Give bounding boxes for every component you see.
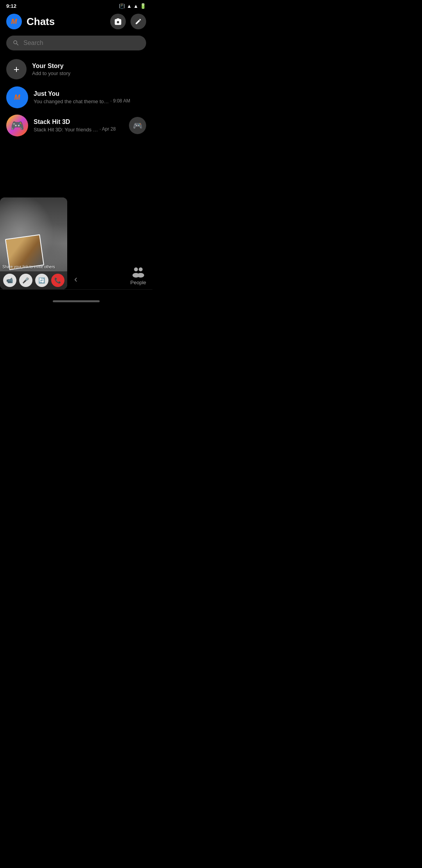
flip-camera-button[interactable]: 🔄 (35, 274, 48, 287)
status-left: 9:12 (6, 3, 16, 9)
video-camera-icon: 📹 (6, 277, 13, 283)
gamepad-icon: 🎮 (133, 121, 143, 130)
battery-icon: 🔋 (140, 3, 146, 9)
status-bar: 9:12 📳 ▲ ▲ 🔋 (0, 0, 152, 11)
bottom-nav (0, 289, 152, 313)
people-label: People (131, 280, 146, 285)
mic-toggle-button[interactable]: 🎤 (19, 274, 32, 287)
svg-point-1 (139, 267, 143, 271)
avatar-logo (7, 14, 21, 29)
edit-icon (135, 18, 142, 25)
just-you-logo (10, 90, 24, 104)
home-indicator (53, 300, 100, 302)
search-input[interactable] (23, 39, 140, 47)
status-time: 9:12 (6, 3, 16, 9)
chat-name-just-you: Just You (34, 90, 146, 97)
back-arrow[interactable]: ‹ (74, 274, 77, 285)
user-avatar[interactable] (6, 14, 22, 29)
chat-name-stack-hit: Stack Hit 3D (34, 118, 123, 126)
people-icon (131, 265, 145, 278)
end-call-button[interactable]: 📞 (51, 274, 64, 287)
chat-info-just-you: Just You You changed the chat theme to… … (34, 90, 146, 104)
video-call-panel: Share your link to invite others 📹 🎤 🔄 📞 (0, 197, 67, 289)
story-subtitle: Add to your story (32, 70, 70, 76)
compose-button[interactable] (131, 14, 146, 29)
mic-icon: 🎤 (22, 277, 29, 283)
svg-point-3 (137, 273, 144, 278)
chat-preview-just-you-row: You changed the chat theme to… · 9:08 AM (34, 97, 146, 104)
chat-avatar-stack-hit: 🎮 (6, 115, 28, 136)
story-row[interactable]: + Your Story Add to your story (0, 55, 152, 83)
video-overlay-text: Share your link to invite others (2, 265, 55, 269)
search-icon (13, 39, 20, 47)
chat-time-stack-hit: · Apr 28 (100, 126, 116, 132)
page-title: Chats (27, 16, 106, 28)
chat-preview-stack-hit: Stack Hit 3D: Your friends … (34, 127, 98, 133)
camera-icon (114, 18, 122, 25)
wifi-icon: ▲ (127, 3, 132, 9)
people-tab[interactable]: People (131, 265, 146, 285)
header: Chats (0, 11, 152, 34)
chat-item-stack-hit[interactable]: 🎮 Stack Hit 3D Stack Hit 3D: Your friend… (0, 111, 152, 140)
call-controls: 📹 🎤 🔄 📞 (0, 271, 67, 289)
plus-icon: + (13, 63, 19, 75)
chat-item-just-you[interactable]: Just You You changed the chat theme to… … (0, 83, 152, 111)
stack-hit-emoji: 🎮 (11, 119, 24, 132)
svg-point-0 (134, 267, 138, 271)
chat-time-just-you: · 9:08 AM (111, 98, 131, 104)
story-title: Your Story (32, 63, 70, 70)
chat-preview-stack-hit-row: Stack Hit 3D: Your friends … · Apr 28 (34, 126, 123, 133)
story-text: Your Story Add to your story (32, 63, 70, 76)
status-right: 📳 ▲ ▲ 🔋 (119, 3, 146, 9)
vibrate-icon: 📳 (119, 3, 125, 9)
chat-info-stack-hit: Stack Hit 3D Stack Hit 3D: Your friends … (34, 118, 123, 133)
end-call-icon: 📞 (54, 277, 61, 283)
camera-button[interactable] (110, 14, 126, 29)
add-story-button[interactable]: + (6, 59, 27, 79)
search-bar[interactable] (6, 36, 146, 50)
signal-icon: ▲ (133, 3, 138, 9)
chat-avatar-just-you (6, 86, 28, 108)
flip-icon: 🔄 (38, 277, 45, 283)
video-toggle-button[interactable]: 📹 (3, 274, 16, 287)
game-badge: 🎮 (129, 117, 146, 134)
chat-preview-just-you: You changed the chat theme to… (34, 99, 109, 104)
